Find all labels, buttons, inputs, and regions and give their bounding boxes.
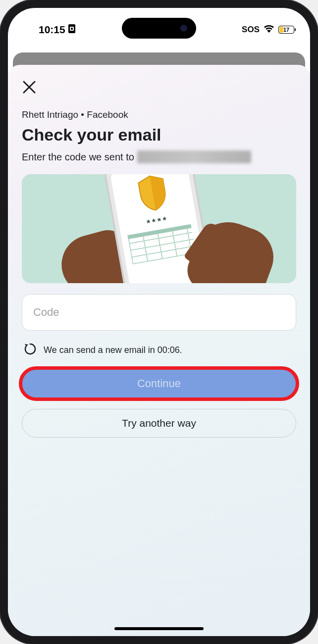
battery-icon: 17 [278,26,294,34]
status-bar-right: SOS 17 [242,25,294,35]
try-another-way-button[interactable]: Try another way [22,409,296,438]
battery-level: 17 [283,27,289,33]
wifi-icon [264,25,274,35]
continue-button[interactable]: Continue [22,369,296,398]
modal-sheet: Rhett Intriago • Facebook Check your ema… [8,65,310,636]
subtitle-text: Enter the code we sent to [22,151,134,163]
security-illustration: **** [22,174,296,283]
refresh-icon [24,343,37,357]
shield-icon [132,174,173,216]
close-button[interactable] [22,80,37,95]
code-dots-illustration: **** [146,215,169,229]
sos-label: SOS [242,25,260,35]
resend-row: We can send a new email in 00:06. [22,343,296,357]
resend-text: We can send a new email in 00:06. [44,345,182,355]
front-camera [180,25,187,32]
phone-frame: 10:15 SOS 17 [0,0,318,644]
phone-screen: 10:15 SOS 17 [8,8,310,636]
redacted-email [137,150,251,163]
status-time: 10:15 [39,24,65,36]
home-indicator[interactable] [114,627,204,630]
status-bar-left: 10:15 [24,24,75,36]
sim-icon [68,24,75,36]
dynamic-island [122,18,196,39]
subtitle: Enter the code we sent to [22,150,296,163]
breadcrumb: Rhett Intriago • Facebook [22,109,296,120]
page-title: Check your email [22,125,296,145]
close-icon [22,80,37,95]
code-input[interactable] [22,294,296,331]
svg-rect-2 [71,28,73,30]
continue-wrapper: Continue [22,369,296,398]
